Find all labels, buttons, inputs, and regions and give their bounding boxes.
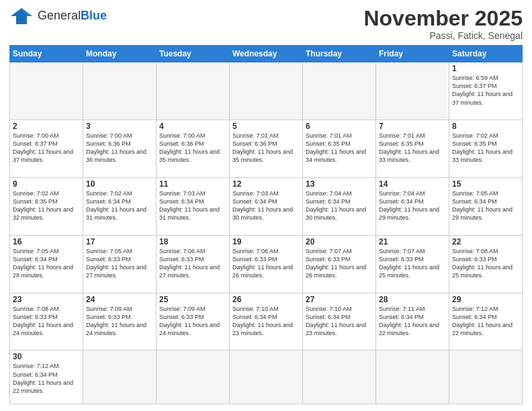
day-cell: 11Sunrise: 7:03 AM Sunset: 6:34 PM Dayli… [157,177,230,235]
day-info: Sunrise: 7:05 AM Sunset: 6:34 PM Dayligh… [452,189,519,222]
day-info: Sunrise: 7:02 AM Sunset: 6:34 PM Dayligh… [86,189,153,222]
logo: GeneralBlue [9,7,107,26]
day-cell: 10Sunrise: 7:02 AM Sunset: 6:34 PM Dayli… [83,177,157,235]
day-number: 29 [452,295,519,304]
day-number: 22 [452,237,519,246]
day-info: Sunrise: 7:08 AM Sunset: 6:33 PM Dayligh… [452,247,519,280]
location: Passi, Fatick, Senegal [363,30,523,41]
logo-icon [9,7,34,26]
day-cell: 3Sunrise: 7:00 AM Sunset: 6:36 PM Daylig… [83,120,157,178]
header: GeneralBlue November 2025 Passi, Fatick,… [9,7,523,41]
day-cell: 15Sunrise: 7:05 AM Sunset: 6:34 PM Dayli… [449,177,523,235]
day-info: Sunrise: 7:04 AM Sunset: 6:34 PM Dayligh… [306,189,373,222]
day-number: 26 [232,295,300,304]
day-cell [83,62,157,120]
day-number: 9 [13,179,80,189]
day-info: Sunrise: 7:02 AM Sunset: 6:35 PM Dayligh… [13,189,80,222]
day-info: Sunrise: 7:09 AM Sunset: 6:33 PM Dayligh… [159,305,226,338]
day-info: Sunrise: 7:12 AM Sunset: 6:34 PM Dayligh… [452,305,519,338]
day-info: Sunrise: 7:06 AM Sunset: 6:33 PM Dayligh… [159,247,226,280]
day-cell: 2Sunrise: 7:00 AM Sunset: 6:37 PM Daylig… [10,120,83,178]
day-info: Sunrise: 7:09 AM Sunset: 6:33 PM Dayligh… [86,305,153,338]
day-number: 8 [452,122,519,131]
weekday-header-friday: Friday [376,46,449,62]
day-cell: 5Sunrise: 7:01 AM Sunset: 6:36 PM Daylig… [230,120,303,178]
day-info: Sunrise: 7:05 AM Sunset: 6:33 PM Dayligh… [86,247,153,280]
day-cell: 16Sunrise: 7:05 AM Sunset: 6:34 PM Dayli… [10,235,83,293]
day-number: 21 [379,237,446,246]
day-number: 28 [379,295,446,304]
day-info: Sunrise: 7:12 AM Sunset: 6:34 PM Dayligh… [13,362,80,395]
title-block: November 2025 Passi, Fatick, Senegal [363,7,523,41]
day-info: Sunrise: 7:04 AM Sunset: 6:34 PM Dayligh… [379,189,446,222]
day-number: 2 [13,122,80,131]
day-number: 11 [159,179,226,189]
week-row-1: 2Sunrise: 7:00 AM Sunset: 6:37 PM Daylig… [10,120,523,178]
day-cell: 25Sunrise: 7:09 AM Sunset: 6:33 PM Dayli… [157,293,230,351]
day-cell [10,62,83,120]
day-number: 14 [379,179,446,189]
day-number: 25 [159,295,226,304]
day-cell [303,351,376,404]
day-info: Sunrise: 7:03 AM Sunset: 6:34 PM Dayligh… [159,189,226,222]
day-cell: 14Sunrise: 7:04 AM Sunset: 6:34 PM Dayli… [376,177,449,235]
day-number: 10 [86,179,153,189]
day-cell: 17Sunrise: 7:05 AM Sunset: 6:33 PM Dayli… [83,235,157,293]
day-number: 18 [159,237,226,246]
day-cell [157,351,230,404]
day-info: Sunrise: 7:10 AM Sunset: 6:34 PM Dayligh… [232,305,300,338]
day-number: 7 [379,122,446,131]
day-cell: 8Sunrise: 7:02 AM Sunset: 6:35 PM Daylig… [449,120,523,178]
day-cell: 26Sunrise: 7:10 AM Sunset: 6:34 PM Dayli… [230,293,303,351]
day-cell: 12Sunrise: 7:03 AM Sunset: 6:34 PM Dayli… [230,177,303,235]
day-number: 16 [13,237,80,246]
day-cell [83,351,157,404]
weekday-header-sunday: Sunday [10,46,83,62]
day-cell: 18Sunrise: 7:06 AM Sunset: 6:33 PM Dayli… [157,235,230,293]
day-number: 3 [86,122,153,131]
day-cell: 27Sunrise: 7:10 AM Sunset: 6:34 PM Dayli… [303,293,376,351]
day-cell: 29Sunrise: 7:12 AM Sunset: 6:34 PM Dayli… [449,293,523,351]
day-info: Sunrise: 7:03 AM Sunset: 6:34 PM Dayligh… [232,189,300,222]
day-number: 30 [13,352,80,361]
day-cell: 1Sunrise: 6:59 AM Sunset: 6:37 PM Daylig… [449,62,523,120]
day-info: Sunrise: 7:02 AM Sunset: 6:35 PM Dayligh… [452,132,519,165]
day-info: Sunrise: 7:06 AM Sunset: 6:33 PM Dayligh… [232,247,300,280]
calendar: SundayMondayTuesdayWednesdayThursdayFrid… [9,45,523,404]
weekday-header-wednesday: Wednesday [230,46,303,62]
day-number: 5 [232,122,300,131]
day-cell: 13Sunrise: 7:04 AM Sunset: 6:34 PM Dayli… [303,177,376,235]
day-number: 4 [159,122,226,131]
day-cell: 28Sunrise: 7:11 AM Sunset: 6:34 PM Dayli… [376,293,449,351]
day-cell [376,351,449,404]
day-info: Sunrise: 7:00 AM Sunset: 6:36 PM Dayligh… [159,132,226,165]
day-info: Sunrise: 7:01 AM Sunset: 6:35 PM Dayligh… [379,132,446,165]
day-cell [303,62,376,120]
month-title: November 2025 [363,7,523,30]
week-row-5: 30Sunrise: 7:12 AM Sunset: 6:34 PM Dayli… [10,351,523,404]
weekday-header-tuesday: Tuesday [157,46,230,62]
day-number: 24 [86,295,153,304]
day-info: Sunrise: 7:05 AM Sunset: 6:34 PM Dayligh… [13,247,80,280]
day-number: 1 [452,64,519,73]
week-row-0: 1Sunrise: 6:59 AM Sunset: 6:37 PM Daylig… [10,62,523,120]
day-info: Sunrise: 7:01 AM Sunset: 6:35 PM Dayligh… [306,132,373,165]
day-cell [449,351,523,404]
day-cell [230,351,303,404]
day-cell: 9Sunrise: 7:02 AM Sunset: 6:35 PM Daylig… [10,177,83,235]
week-row-4: 23Sunrise: 7:08 AM Sunset: 6:33 PM Dayli… [10,293,523,351]
week-row-2: 9Sunrise: 7:02 AM Sunset: 6:35 PM Daylig… [10,177,523,235]
day-cell [230,62,303,120]
day-number: 12 [232,179,300,189]
day-cell: 22Sunrise: 7:08 AM Sunset: 6:33 PM Dayli… [449,235,523,293]
day-info: Sunrise: 7:00 AM Sunset: 6:36 PM Dayligh… [86,132,153,165]
day-info: Sunrise: 6:59 AM Sunset: 6:37 PM Dayligh… [452,74,519,107]
week-row-3: 16Sunrise: 7:05 AM Sunset: 6:34 PM Dayli… [10,235,523,293]
day-cell: 23Sunrise: 7:08 AM Sunset: 6:33 PM Dayli… [10,293,83,351]
day-info: Sunrise: 7:11 AM Sunset: 6:34 PM Dayligh… [379,305,446,338]
day-number: 6 [306,122,373,131]
day-cell: 21Sunrise: 7:07 AM Sunset: 6:33 PM Dayli… [376,235,449,293]
day-cell: 19Sunrise: 7:06 AM Sunset: 6:33 PM Dayli… [230,235,303,293]
day-info: Sunrise: 7:00 AM Sunset: 6:37 PM Dayligh… [13,132,80,165]
day-info: Sunrise: 7:08 AM Sunset: 6:33 PM Dayligh… [13,305,80,338]
